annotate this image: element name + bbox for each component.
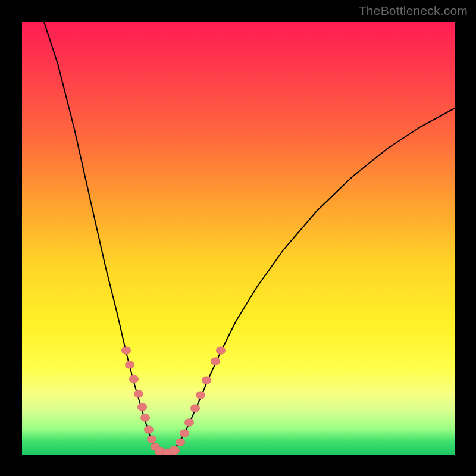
data-marker [176,438,185,446]
data-marker [137,403,147,411]
data-marker [180,429,189,437]
data-marker [140,414,150,421]
curve-left-branch [44,22,166,454]
data-marker [147,435,156,443]
data-marker [184,418,194,426]
watermark-text: TheBottleneck.com [359,4,468,18]
data-marker [169,446,180,455]
data-marker [144,425,154,433]
curve-right-branch [166,108,455,454]
plot-area [22,22,455,455]
curve-group [44,22,455,454]
data-marker [134,390,143,397]
data-marker [202,376,211,384]
outer-frame: TheBottleneck.com [0,0,476,476]
data-marker [211,357,220,365]
data-marker [121,346,131,354]
chart-svg [22,22,455,455]
marker-group [121,346,226,455]
data-marker [190,404,200,412]
data-marker [196,391,205,399]
data-marker [216,346,226,354]
data-marker [125,361,134,368]
data-marker [129,375,139,383]
